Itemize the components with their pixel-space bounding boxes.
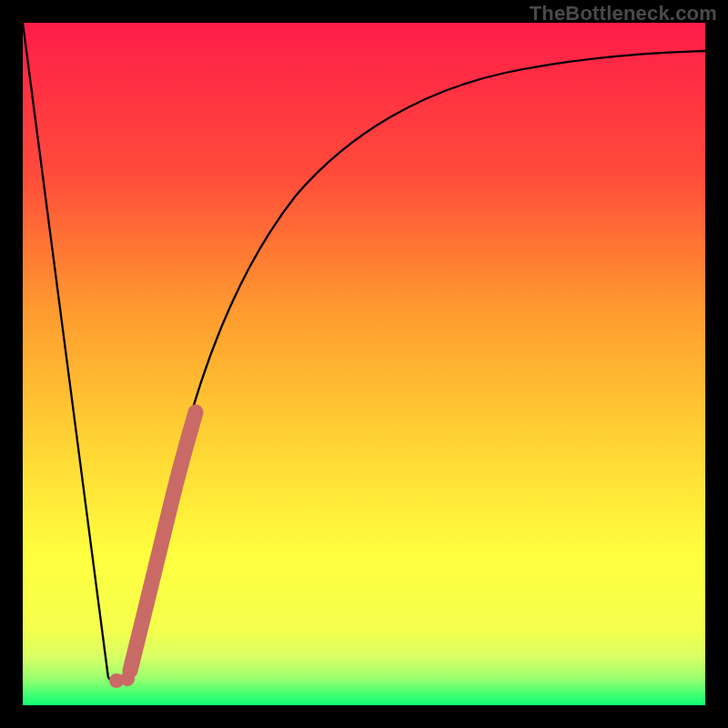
- valley-dot-2: [120, 672, 135, 686]
- chart-frame: TheBottleneck.com: [0, 0, 728, 728]
- plot-svg: [23, 23, 705, 705]
- gradient-background: [23, 23, 705, 705]
- watermark-text: TheBottleneck.com: [530, 2, 717, 25]
- plot-area: [23, 23, 705, 705]
